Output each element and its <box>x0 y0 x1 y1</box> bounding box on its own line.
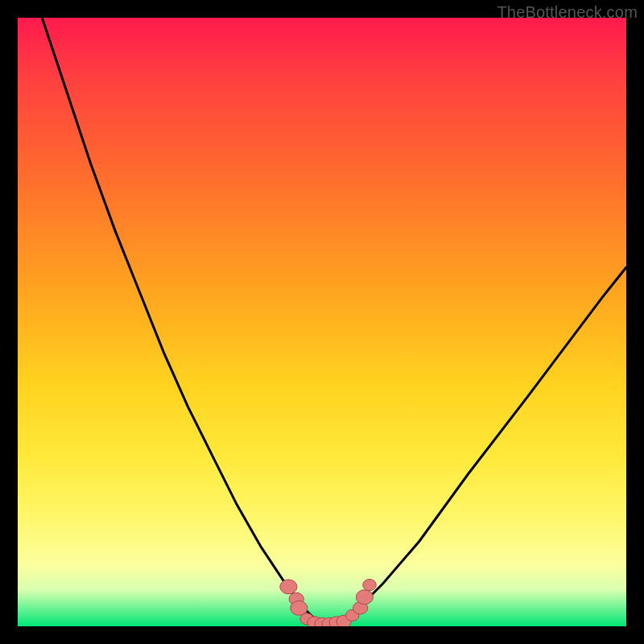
curve-marker <box>363 580 377 591</box>
curve-marker <box>356 590 373 605</box>
chart-svg <box>18 18 626 626</box>
bottleneck-curve <box>42 18 626 626</box>
bottom-marker-cluster <box>280 580 377 627</box>
curve-marker <box>280 580 297 594</box>
